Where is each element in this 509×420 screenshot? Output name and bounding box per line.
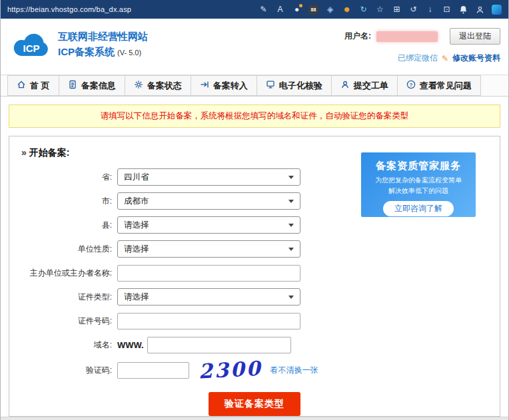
title-arrows-icon: » — [21, 147, 27, 158]
form-row-county: 县: 请选择 — [9, 216, 500, 234]
city-select-value: 成都市 — [124, 196, 149, 207]
start-filing-panel: »开始备案: 省: 四川省 市: 成都市 县: 请选择 单位性质: — [9, 136, 500, 417]
transfer-arrow-icon — [200, 80, 209, 91]
tab-label: 电子化核验 — [279, 80, 322, 92]
chevron-down-icon — [288, 200, 294, 203]
home-icon — [17, 80, 26, 91]
question-icon: ? — [406, 80, 416, 91]
province-label: 省: — [9, 172, 117, 183]
document-icon — [68, 80, 77, 91]
tab-filing-status[interactable]: 备案状态 — [125, 75, 191, 96]
username-value-redacted — [376, 31, 438, 42]
drop-extension-icon[interactable]: ◈ — [325, 5, 335, 15]
profile-icon[interactable] — [475, 5, 485, 15]
cert-number-input[interactable] — [117, 313, 300, 329]
tab-label: 查看常见问题 — [420, 80, 472, 92]
browser-address-bar: https://beian.vhostgo.com/ba_dx.asp ✎ A … — [1, 0, 508, 19]
monitor-icon — [266, 80, 275, 91]
form-row-submit: 验证备案类型 — [9, 392, 500, 416]
edit-account-link[interactable]: 修改账号资料 — [452, 53, 500, 64]
logout-button[interactable]: 退出登陆 — [450, 28, 500, 45]
wechat-bound-link[interactable]: 已绑定微信 — [398, 53, 438, 64]
url-text[interactable]: https://beian.vhostgo.com/ba_dx.asp — [7, 5, 131, 13]
org-name-label: 主办单位或主办者名称: — [9, 268, 117, 279]
browser-toolbar-icons: ✎ A ● 88 ◈ ☻ ↻ ☆ ⊞ ↺ ↓ ⊡ — [258, 5, 502, 15]
cert-type-select[interactable]: 请选择 — [117, 288, 300, 306]
apps-icon[interactable]: ⊡ — [442, 5, 452, 15]
captcha-label: 验证码: — [9, 365, 117, 376]
form-row-org-type: 单位性质: 请选择 — [9, 240, 500, 258]
screenshot-extension-icon[interactable]: 88 — [308, 5, 318, 15]
tab-label: 备案信息 — [81, 80, 116, 92]
org-type-select[interactable]: 请选择 — [117, 240, 300, 258]
www-prefix: WWW. — [117, 340, 144, 350]
county-label: 县: — [9, 220, 117, 231]
chevron-down-icon — [288, 248, 294, 251]
edit-pencil-icon: ✎ — [442, 54, 448, 63]
tab-submit-ticket[interactable]: 提交工单 — [331, 75, 398, 96]
org-name-input[interactable] — [117, 265, 300, 282]
tab-home[interactable]: 首 页 — [7, 75, 59, 96]
svg-text:?: ? — [409, 82, 412, 88]
refresh-extension-icon[interactable]: ↻ — [358, 5, 368, 15]
site-title-line2: ICP备案系统(V- 5.0) — [58, 45, 148, 60]
chevron-down-icon — [288, 224, 294, 227]
svg-text:ICP: ICP — [23, 43, 39, 54]
site-title-line1: 互联网非经营性网站 — [58, 29, 148, 45]
user-icon — [340, 80, 350, 91]
gear-icon — [134, 80, 143, 91]
chevron-down-icon — [288, 296, 294, 299]
promo-line2: 解决效率低下的问题 — [361, 186, 476, 196]
password-extension-icon[interactable]: ● — [292, 5, 302, 15]
tab-filing-transfer[interactable]: 备案转入 — [191, 75, 257, 96]
form-row-captcha: 验证码: 2300 看不清换一张 — [9, 360, 500, 380]
province-select[interactable]: 四川省 — [117, 168, 300, 186]
tab-label: 提交工单 — [354, 80, 388, 92]
domain-input[interactable] — [147, 337, 291, 353]
site-title: 互联网非经营性网站 ICP备案系统(V- 5.0) — [58, 29, 148, 59]
tab-faq[interactable]: ? 查看常见问题 — [397, 75, 481, 96]
cert-number-label: 证件号码: — [9, 315, 117, 327]
captcha-input[interactable] — [117, 362, 189, 379]
history-icon[interactable]: ↺ — [408, 5, 418, 15]
highlighter-pen-icon[interactable]: ✎ — [258, 5, 268, 15]
form-row-cert-type: 证件类型: 请选择 — [9, 288, 500, 306]
chevron-down-icon — [288, 176, 294, 179]
collections-icon[interactable]: ⊞ — [392, 5, 402, 15]
username-label: 用户名: — [344, 31, 371, 42]
cert-type-select-value: 请选择 — [124, 292, 149, 303]
tab-filing-info[interactable]: 备案信息 — [59, 75, 125, 96]
emoji-extension-icon[interactable]: ☻ — [342, 5, 352, 15]
domain-label: 域名: — [9, 339, 117, 351]
icp-cloud-logo: ICP — [10, 27, 53, 64]
site-header: ICP 互联网非经营性网站 ICP备案系统(V- 5.0) 用户名: 退出登陆 … — [1, 19, 508, 75]
form-row-domain: 域名: WWW. — [9, 336, 500, 353]
edge-hub-icon[interactable] — [492, 5, 502, 15]
captcha-image[interactable]: 2300 — [198, 359, 262, 382]
form-row-cert-number: 证件号码: — [9, 312, 500, 329]
county-select[interactable]: 请选择 — [117, 216, 300, 234]
notice-banner: 请填写以下信息开始备案，系统将根据您填写的域名和证件，自动验证您的备案类型 — [9, 105, 500, 128]
promo-title: 备案资质管家服务 — [361, 160, 476, 172]
promo-banner: 备案资质管家服务 为您把复杂的备案流程变简单 解决效率低下的问题 立即咨询了解 — [361, 152, 476, 217]
promo-consult-button[interactable]: 立即咨询了解 — [383, 201, 454, 216]
cert-type-label: 证件类型: — [9, 292, 117, 303]
county-select-value: 请选择 — [124, 220, 149, 231]
read-aloud-icon[interactable]: A — [275, 5, 285, 15]
form-row-org-name: 主办单位或主办者名称: — [9, 264, 500, 282]
captcha-refresh-link[interactable]: 看不清换一张 — [270, 365, 318, 376]
favorites-star-icon[interactable]: ☆ — [375, 5, 385, 15]
notifications-bell-icon[interactable] — [458, 5, 468, 15]
verify-filing-type-button[interactable]: 验证备案类型 — [209, 392, 300, 416]
tab-electronic-verify[interactable]: 电子化核验 — [256, 75, 332, 96]
city-label: 市: — [9, 196, 117, 207]
header-account-area: 用户名: 退出登陆 已绑定微信 ✎ 修改账号资料 — [344, 28, 500, 64]
tab-label: 备案转入 — [213, 80, 248, 92]
org-type-select-value: 请选择 — [124, 244, 149, 255]
tab-label: 首 页 — [30, 80, 50, 92]
tab-label: 备案状态 — [147, 80, 182, 92]
page-bottom-strip — [1, 417, 508, 420]
downloads-icon[interactable]: ↓ — [425, 5, 435, 15]
province-select-value: 四川省 — [124, 172, 149, 183]
city-select[interactable]: 成都市 — [117, 192, 300, 210]
